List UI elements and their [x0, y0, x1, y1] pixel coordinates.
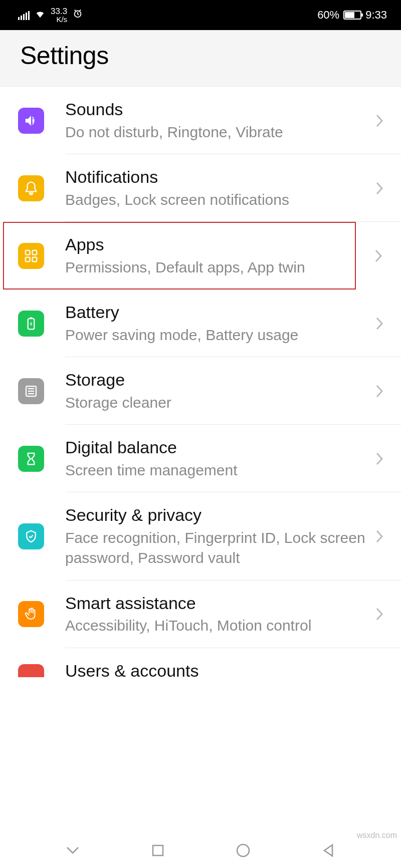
- item-subtitle: Storage cleaner: [65, 393, 367, 413]
- svg-rect-11: [153, 845, 163, 855]
- item-title: Smart assistance: [65, 593, 367, 614]
- svg-rect-2: [33, 250, 37, 254]
- bell-icon: [18, 175, 44, 201]
- item-subtitle: Power saving mode, Battery usage: [65, 325, 367, 346]
- item-subtitle: Accessibility, HiTouch, Motion control: [65, 616, 367, 636]
- alarm-icon: [72, 8, 83, 22]
- item-subtitle: Permissions, Default apps, App twin: [65, 257, 342, 278]
- signal-icon: [18, 10, 30, 20]
- nav-recent-button[interactable]: [148, 840, 168, 860]
- item-title: Battery: [65, 302, 367, 323]
- chevron-right-icon: [372, 452, 387, 466]
- hourglass-icon: [18, 446, 44, 472]
- svg-rect-6: [30, 317, 33, 319]
- nav-hide-keyboard-button[interactable]: [63, 840, 83, 860]
- item-title: Notifications: [65, 166, 367, 188]
- settings-item-storage[interactable]: Storage Storage cleaner: [0, 357, 401, 425]
- hand-icon: [18, 601, 44, 627]
- status-left: 33.3 K/s: [18, 7, 83, 23]
- settings-item-battery[interactable]: Battery Power saving mode, Battery usage: [0, 290, 401, 357]
- settings-item-digital-balance[interactable]: Digital balance Screen time management: [0, 425, 401, 492]
- item-title: Users & accounts: [65, 660, 387, 682]
- navigation-bar: [0, 833, 401, 868]
- settings-list: Sounds Do not disturb, Ringtone, Vibrate…: [0, 87, 401, 681]
- sound-icon: [18, 108, 44, 134]
- item-title: Digital balance: [65, 437, 367, 458]
- shield-check-icon: [18, 523, 44, 549]
- storage-icon: [18, 378, 44, 404]
- page-header: Settings: [0, 30, 401, 87]
- wifi-icon: [35, 9, 46, 22]
- page-title: Settings: [20, 41, 381, 70]
- clock: 9:33: [365, 9, 387, 22]
- item-subtitle: Face recognition, Fingerprint ID, Lock s…: [65, 528, 367, 568]
- settings-item-smart-assistance[interactable]: Smart assistance Accessibility, HiTouch,…: [0, 581, 401, 648]
- apps-grid-icon: [18, 243, 44, 269]
- settings-item-sounds[interactable]: Sounds Do not disturb, Ringtone, Vibrate: [0, 87, 401, 154]
- item-subtitle: Screen time management: [65, 460, 367, 481]
- settings-item-notifications[interactable]: Notifications Badges, Lock screen notifi…: [0, 154, 401, 222]
- users-icon: [18, 664, 44, 677]
- item-title: Security & privacy: [65, 504, 367, 526]
- chevron-right-icon: [372, 384, 387, 398]
- status-right: 60% 9:33: [317, 9, 387, 22]
- battery-percent: 60%: [317, 9, 339, 22]
- chevron-right-icon: [372, 529, 387, 543]
- item-title: Sounds: [65, 99, 367, 120]
- network-speed: 33.3 K/s: [51, 7, 67, 23]
- svg-rect-3: [26, 257, 30, 261]
- settings-item-security-privacy[interactable]: Security & privacy Face recognition, Fin…: [0, 492, 401, 581]
- nav-back-button[interactable]: [318, 840, 338, 860]
- item-title: Apps: [65, 234, 342, 255]
- settings-item-apps[interactable]: Apps Permissions, Default apps, App twin: [3, 222, 356, 290]
- status-bar: 33.3 K/s 60% 9:33: [0, 0, 401, 30]
- chevron-right-icon: [372, 317, 387, 331]
- item-title: Storage: [65, 369, 367, 391]
- svg-point-12: [237, 844, 249, 856]
- item-subtitle: Do not disturb, Ringtone, Vibrate: [65, 122, 367, 143]
- item-subtitle: Badges, Lock screen notifications: [65, 190, 367, 210]
- svg-rect-1: [26, 250, 30, 254]
- chevron-right-icon: [372, 114, 387, 128]
- watermark: wsxdn.com: [357, 831, 397, 840]
- nav-home-button[interactable]: [233, 840, 253, 860]
- battery-icon: [343, 11, 361, 20]
- battery-charge-icon: [18, 311, 44, 337]
- svg-rect-4: [33, 257, 37, 261]
- settings-item-users-accounts[interactable]: Users & accounts: [0, 648, 401, 682]
- chevron-right-icon: [372, 607, 387, 621]
- chevron-right-icon: [372, 181, 387, 195]
- chevron-right-icon: [371, 249, 386, 263]
